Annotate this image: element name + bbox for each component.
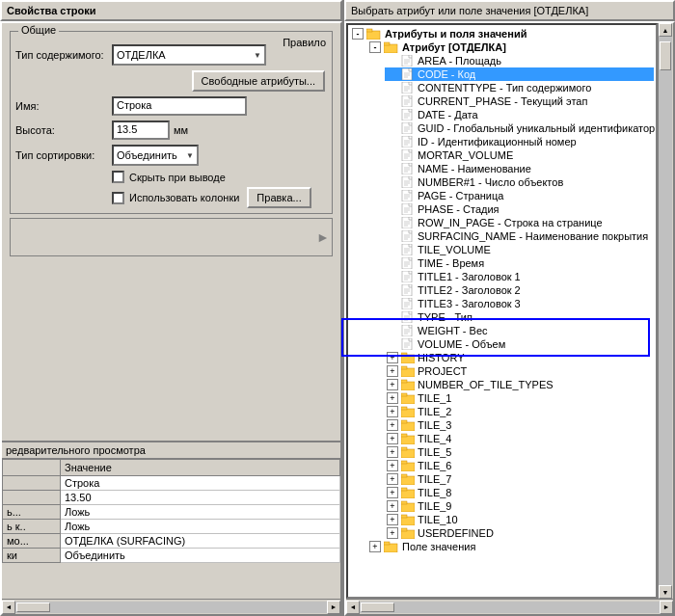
tree-item-tile_5[interactable]: +TILE_5 xyxy=(385,445,654,459)
sort-type-dropdown[interactable]: Объединить ▼ xyxy=(112,145,199,166)
v-scrollbar[interactable]: ▲ ▼ xyxy=(658,23,673,599)
doc-icon-number_of_tile_types xyxy=(401,379,415,390)
tree-expander-tile_3[interactable]: + xyxy=(387,419,398,431)
v-scroll-thumb[interactable] xyxy=(660,41,671,70)
tree-item-title3[interactable]: TITLE3 - Заголовок 3 xyxy=(385,297,654,310)
tree-item-project[interactable]: +PROJECT xyxy=(385,364,654,378)
tree-expander-placeholder xyxy=(387,298,398,309)
pravka-button[interactable]: Правка... xyxy=(247,187,310,208)
tree-item-area[interactable]: AREA - Площадь xyxy=(385,54,654,67)
tree-container[interactable]: - Атрибуты и поля значений - xyxy=(346,23,658,599)
svg-rect-110 xyxy=(401,476,415,485)
h-scrollbar[interactable]: ◄ ► xyxy=(2,599,340,614)
doc-icon-volume xyxy=(401,338,415,350)
scroll-thumb-h[interactable] xyxy=(16,603,50,612)
tree-item-tile_9[interactable]: +TILE_9 xyxy=(385,499,654,513)
doc-icon-tile_1 xyxy=(401,392,415,404)
tree-item-tile_3[interactable]: +TILE_3 xyxy=(385,418,654,432)
tree-item-mortar_volume[interactable]: MORTAR_VOLUME xyxy=(385,148,654,162)
right-scroll-right-btn[interactable]: ► xyxy=(660,601,673,614)
tree-item-volume[interactable]: VOLUME - Объем xyxy=(385,337,654,351)
svg-rect-108 xyxy=(401,463,415,471)
tree-expander-placeholder xyxy=(387,311,398,323)
tree-item-weight[interactable]: WEIGHT - Вес xyxy=(385,324,654,337)
tree-expander-tile_8[interactable]: + xyxy=(387,487,398,498)
tree-item-history[interactable]: +HISTORY xyxy=(385,351,654,364)
tree-expander-tile_6[interactable]: + xyxy=(387,460,398,471)
tree-item-label-tile_5: TILE_5 xyxy=(418,446,451,458)
scroll-left-btn[interactable]: ◄ xyxy=(2,601,15,614)
sort-type-label: Тип сортировки: xyxy=(15,149,112,161)
tree-item-current_phase[interactable]: CURRENT_PHASE - Текущий этап xyxy=(385,94,654,108)
tree-expander-history[interactable]: + xyxy=(387,352,398,363)
tree-item-type[interactable]: TYPE - Тип xyxy=(385,310,654,324)
tree-expander-number_of_tile_types[interactable]: + xyxy=(387,379,398,390)
tree-expander-userdefined[interactable]: + xyxy=(387,527,398,539)
tree-folder-otdelka[interactable]: - Атрибут [ОТДЕЛКА] xyxy=(367,40,654,54)
svg-rect-2 xyxy=(384,44,397,53)
tree-item-label-userdefined: USERDEFINED xyxy=(418,527,494,539)
tree-item-phase[interactable]: PHASE - Стадия xyxy=(385,202,654,216)
name-row: Имя: Строка xyxy=(15,96,327,116)
preview-row-value: Объединить xyxy=(61,549,340,563)
tree-item-title2[interactable]: TITLE2 - Заголовок 2 xyxy=(385,283,654,297)
tree-item-title1[interactable]: TITLE1 - Заголовок 1 xyxy=(385,270,654,283)
tree-item-tile_10[interactable]: +TILE_10 xyxy=(385,513,654,526)
tree-item-tile_6[interactable]: +TILE_6 xyxy=(385,459,654,472)
doc-icon-mortar_volume xyxy=(401,149,415,161)
tree-expander-tile_1[interactable]: + xyxy=(387,392,398,404)
free-attrs-button[interactable]: Свободные атрибуты... xyxy=(192,70,325,92)
tree-item-number_of_tile_types[interactable]: +NUMBER_OF_TILE_TYPES xyxy=(385,378,654,391)
right-h-scrollbar[interactable]: ◄ ► xyxy=(346,599,673,614)
tree-expander-project[interactable]: + xyxy=(387,365,398,377)
tree-item-date[interactable]: DATE - Дата xyxy=(385,108,654,121)
tree-item-surfacing_name[interactable]: SURFACING_NAME - Наименование покрытия xyxy=(385,229,654,243)
tree-item-row_in_page[interactable]: ROW_IN_PAGE - Строка на странице xyxy=(385,216,654,229)
root-expander[interactable]: - xyxy=(352,28,364,40)
tree-expander-tile_7[interactable]: + xyxy=(387,473,398,485)
tree-item-name[interactable]: NAME - Наименование xyxy=(385,162,654,175)
tree-item-tile_7[interactable]: +TILE_7 xyxy=(385,472,654,486)
right-scroll-left-btn[interactable]: ◄ xyxy=(346,601,360,614)
tree-item-number1[interactable]: NUMBER#1 - Число объектов xyxy=(385,175,654,189)
tree-expander-tile_5[interactable]: + xyxy=(387,446,398,458)
tree-item-tile_2[interactable]: +TILE_2 xyxy=(385,405,654,418)
tree-expander-placeholder xyxy=(387,217,398,228)
tree-expander-tile_10[interactable]: + xyxy=(387,514,398,525)
tree-item-tile_1[interactable]: +TILE_1 xyxy=(385,391,654,405)
preview-row-label xyxy=(3,476,61,491)
tree-expander-tile_4[interactable]: + xyxy=(387,433,398,444)
tree-item-page[interactable]: PAGE - Страница xyxy=(385,189,654,202)
right-scroll-thumb-h[interactable] xyxy=(361,603,394,612)
use-columns-checkbox[interactable] xyxy=(112,192,124,204)
svg-rect-105 xyxy=(401,434,407,437)
svg-rect-93 xyxy=(401,353,407,356)
tree-expander-tile_2[interactable]: + xyxy=(387,406,398,417)
hide-checkbox[interactable] xyxy=(112,171,124,183)
svg-rect-103 xyxy=(401,420,407,423)
pole-folder-label: Поле значения xyxy=(402,541,475,552)
v-scroll-down-btn[interactable]: ▼ xyxy=(659,585,672,599)
name-input[interactable]: Строка xyxy=(112,96,247,116)
tree-items: AREA - ПлощадьCODE - КодCONTENTTYPE - Ти… xyxy=(350,54,654,540)
tree-item-tile_volume[interactable]: TILE_VOLUME xyxy=(385,243,654,256)
vertical-splitter[interactable]: ► xyxy=(318,223,328,252)
scroll-right-btn[interactable]: ► xyxy=(327,601,340,614)
height-input[interactable]: 13.5 xyxy=(112,121,170,140)
tree-item-tile_4[interactable]: +TILE_4 xyxy=(385,432,654,445)
tree-expander-tile_9[interactable]: + xyxy=(387,500,398,512)
otdelka-expander[interactable]: - xyxy=(369,41,381,53)
tree-item-time[interactable]: TIME - Время xyxy=(385,256,654,270)
tree-item-userdefined[interactable]: +USERDEFINED xyxy=(385,526,654,540)
v-scroll-up-btn[interactable]: ▲ xyxy=(659,23,672,37)
tree-item-tile_8[interactable]: +TILE_8 xyxy=(385,486,654,499)
tree-item-guid[interactable]: GUID - Глобальный уникальный идентификат… xyxy=(385,121,654,135)
svg-rect-118 xyxy=(401,530,415,539)
tree-expander-placeholder xyxy=(387,122,398,134)
tree-folder-pole[interactable]: + Поле значения xyxy=(367,540,654,553)
tree-item-id[interactable]: ID - Идентификационный номер xyxy=(385,135,654,148)
tree-item-code[interactable]: CODE - Код xyxy=(385,67,654,81)
content-type-dropdown[interactable]: ОТДЕЛКА ▼ xyxy=(112,44,266,66)
tree-item-contenttype[interactable]: CONTENTTYPE - Тип содержимого xyxy=(385,81,654,94)
pole-expander[interactable]: + xyxy=(369,541,381,552)
